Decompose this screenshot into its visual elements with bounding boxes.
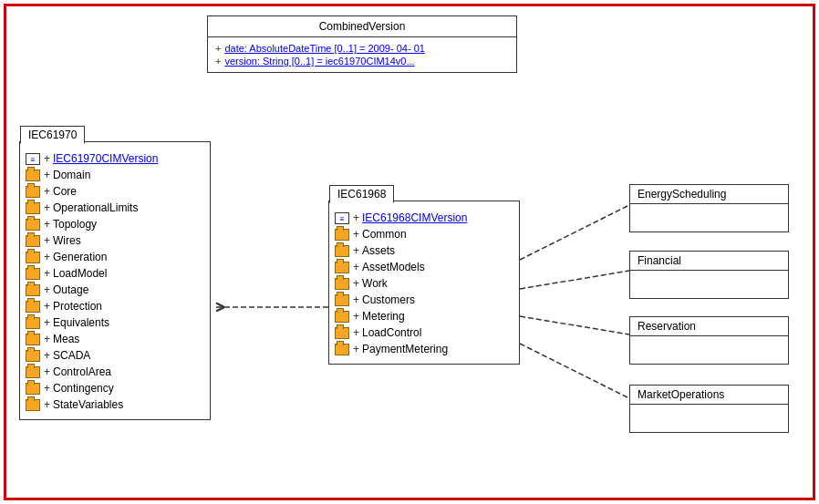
iec61970-item-12: + SCADA <box>26 348 204 363</box>
arrow-to-reservation <box>520 316 629 334</box>
iec61968-item-3: + AssetModels <box>335 260 513 274</box>
iec61968-item-1: + Common <box>335 227 513 242</box>
folder-icon-7 <box>26 268 40 280</box>
arrow-to-energy <box>520 205 629 260</box>
iec61970-item-8: + Outage <box>26 283 204 297</box>
iec61970-item-1: + Domain <box>26 168 204 182</box>
plus-6: + <box>44 250 50 264</box>
reservation-title: Reservation <box>630 317 788 336</box>
combined-version-box: CombinedVersion + date: AbsoluteDateTime… <box>207 15 517 73</box>
iec61968-body: ≡ + IEC61968CIMVersion + Common + Assets… <box>329 201 519 364</box>
reservation-body <box>630 336 788 364</box>
iec61970-item-10: + Equivalents <box>26 315 204 330</box>
folder-icon68-7 <box>335 327 349 339</box>
arrow-to-market <box>520 344 629 398</box>
plus68-2: + <box>353 243 359 258</box>
plus68-0: + <box>353 211 359 225</box>
label68-4: Work <box>362 276 388 291</box>
label68-8: PaymentMetering <box>362 342 448 356</box>
iec61968-item-7: + LoadControl <box>335 325 513 340</box>
iec61970-item-15: + StateVariables <box>26 397 204 412</box>
energy-scheduling-title: EnergyScheduling <box>630 185 788 204</box>
energy-scheduling-body <box>630 204 788 231</box>
iec61970-item-5: + Wires <box>26 233 204 248</box>
iec61968-item-6: + Metering <box>335 309 513 324</box>
plus68-7: + <box>353 325 359 340</box>
plus68-4: + <box>353 276 359 291</box>
iec61970-item-4: + Topology <box>26 217 204 231</box>
label68-5: Customers <box>362 293 415 307</box>
iec61970-item-2: + Core <box>26 184 204 199</box>
plus68-3: + <box>353 260 359 274</box>
iec61970-item-13: + ControlArea <box>26 365 204 379</box>
iec61970-item-11: + Meas <box>26 332 204 346</box>
folder-icon-11 <box>26 334 40 345</box>
label-11: Meas <box>53 332 79 346</box>
iec61968-item-5: + Customers <box>335 293 513 307</box>
label-4: Topology <box>53 217 97 231</box>
combined-version-title: CombinedVersion <box>208 16 516 37</box>
folder-icon68-4 <box>335 278 349 290</box>
folder-icon-13 <box>26 366 40 378</box>
iec61968-item-2: + Assets <box>335 243 513 258</box>
label-1: Domain <box>53 168 90 182</box>
cv-attr-1: date: AbsoluteDateTime [0..1] = 2009- 04… <box>224 43 424 54</box>
plus-15: + <box>44 397 50 412</box>
folder-icon-14 <box>26 383 40 395</box>
reservation-box: Reservation <box>629 316 789 365</box>
cv-plus-2: + <box>215 56 221 67</box>
folder-icon68-8 <box>335 344 349 355</box>
label68-0: IEC61968CIMVersion <box>362 211 467 225</box>
class-icon-iec61968-0: ≡ <box>335 212 349 224</box>
plus-9: + <box>44 299 50 314</box>
market-operations-body <box>630 405 788 432</box>
plus68-1: + <box>353 227 359 242</box>
folder-icon-15 <box>26 399 40 411</box>
iec61970-tab: IEC61970 <box>20 126 85 144</box>
plus68-6: + <box>353 309 359 324</box>
plus-13: + <box>44 365 50 379</box>
market-operations-title: MarketOperations <box>630 386 788 405</box>
label-3: OperationalLimits <box>53 201 138 215</box>
cv-row-1: + date: AbsoluteDateTime [0..1] = 2009- … <box>215 43 509 54</box>
folder-icon-4 <box>26 219 40 231</box>
market-operations-box: MarketOperations <box>629 385 789 433</box>
label68-6: Metering <box>362 309 405 324</box>
plus-5: + <box>44 233 50 248</box>
folder-icon-5 <box>26 235 40 247</box>
cv-row-2: + version: String [0..1] = iec61970CIM14… <box>215 56 509 67</box>
folder-icon-12 <box>26 350 40 362</box>
financial-body <box>630 271 788 298</box>
folder-icon68-5 <box>335 294 349 306</box>
plus-14: + <box>44 381 50 396</box>
plus-7: + <box>44 266 50 281</box>
label-9: Protection <box>53 299 102 314</box>
iec61968-tab: IEC61968 <box>329 185 394 203</box>
label68-7: LoadControl <box>362 325 421 340</box>
label-12: SCADA <box>53 348 90 363</box>
label68-2: Assets <box>362 243 395 258</box>
label-10: Equivalents <box>53 315 109 330</box>
plus68-8: + <box>353 342 359 356</box>
label68-3: AssetModels <box>362 260 425 274</box>
label-13: ControlArea <box>53 365 111 379</box>
plus-8: + <box>44 283 50 297</box>
label68-1: Common <box>362 227 407 242</box>
energy-scheduling-box: EnergyScheduling <box>629 184 789 232</box>
folder-icon-9 <box>26 301 40 313</box>
iec61968-box: IEC61968 ≡ + IEC61968CIMVersion + Common… <box>328 201 520 365</box>
label-5: Wires <box>53 233 81 248</box>
label-14: Contingency <box>53 381 114 396</box>
iec61970-item-7: + LoadModel <box>26 266 204 281</box>
folder-icon68-6 <box>335 311 349 323</box>
iec61970-item-9: + Protection <box>26 299 204 314</box>
folder-icon68-3 <box>335 262 349 273</box>
folder-icon-1 <box>26 170 40 181</box>
folder-icon-10 <box>26 317 40 329</box>
label-8: Outage <box>53 283 88 297</box>
iec61968-item-4: + Work <box>335 276 513 291</box>
class-icon-0: ≡ <box>26 153 40 165</box>
plus-3: + <box>44 201 50 215</box>
folder-icon68-1 <box>335 229 349 241</box>
label-6: Generation <box>53 250 107 264</box>
